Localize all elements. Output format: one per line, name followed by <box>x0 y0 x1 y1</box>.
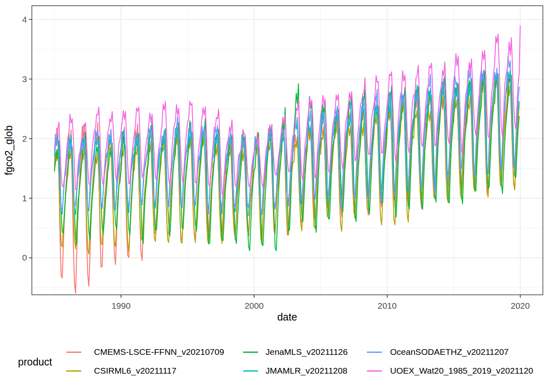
y-tick-label: 2 <box>22 134 27 143</box>
x-tick-label: 2010 <box>377 301 397 310</box>
y-axis-title: fgco2_glob <box>3 125 14 175</box>
y-tick-label: 4 <box>22 15 27 24</box>
legend-label: JMAMLR_v20211208 <box>266 366 347 376</box>
legend-label: CSIRML6_v20211117 <box>94 366 176 376</box>
legend-title: product <box>18 356 52 368</box>
legend-label: OceanSODAETHZ_v20211207 <box>390 347 509 357</box>
legend: product CMEMS-LSCE-FFNN_v20210709CSIRML6… <box>0 327 549 392</box>
x-tick-label: 2000 <box>245 301 264 310</box>
y-tick-label: 1 <box>22 194 27 203</box>
legend-item-UOEX_Wat20_1985_2019_v2021120: UOEX_Wat20_1985_2019_v2021120 <box>367 366 533 376</box>
legend-key-line <box>367 352 382 353</box>
y-tick-label: 3 <box>22 74 27 84</box>
legend-item-JMAMLR_v20211208: JMAMLR_v20211208 <box>243 366 347 376</box>
x-tick-label: 2020 <box>511 301 530 310</box>
legend-key-line <box>243 352 258 353</box>
x-tick-label: 1990 <box>112 301 131 310</box>
line-chart: 012341990200020102020 date fgco2_glob <box>0 0 549 327</box>
legend-item-OceanSODAETHZ_v20211207: OceanSODAETHZ_v20211207 <box>367 347 509 357</box>
figure: 012341990200020102020 date fgco2_glob pr… <box>0 0 549 392</box>
legend-item-CSIRML6_v20211117: CSIRML6_v20211117 <box>66 366 176 376</box>
legend-item-CMEMS-LSCE-FFNN_v20210709: CMEMS-LSCE-FFNN_v20210709 <box>66 347 224 357</box>
y-tick-label: 0 <box>22 253 27 262</box>
legend-key-line <box>367 370 382 372</box>
x-axis-title: date <box>277 311 297 323</box>
legend-key-line <box>66 352 81 353</box>
legend-item-JenaMLS_v20211126: JenaMLS_v20211126 <box>243 347 348 357</box>
legend-label: JenaMLS_v20211126 <box>266 347 348 357</box>
legend-label: CMEMS-LSCE-FFNN_v20210709 <box>94 347 224 357</box>
legend-label: UOEX_Wat20_1985_2019_v2021120 <box>390 366 533 376</box>
series-layer <box>54 26 520 293</box>
legend-key-line <box>243 370 258 372</box>
legend-key-line <box>66 370 81 372</box>
